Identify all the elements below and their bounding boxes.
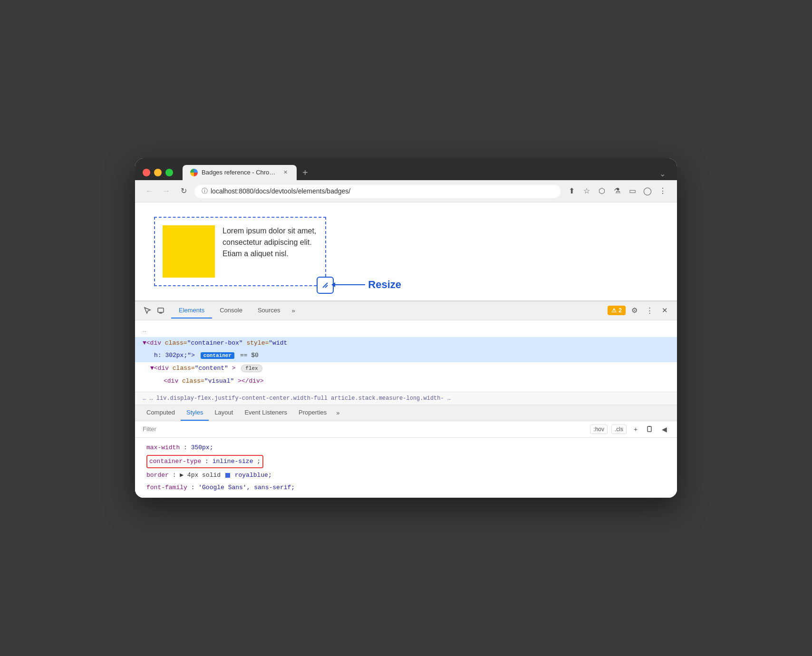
html-line-3[interactable]: h: 302px;"> container == $0 [135, 349, 677, 362]
tab-styles[interactable]: Styles [181, 405, 209, 421]
minimize-button[interactable] [154, 169, 162, 176]
more-options-icon[interactable]: ⋮ [656, 184, 669, 198]
svg-rect-5 [648, 426, 650, 427]
devtools-panel: Elements Console Sources » ⚠ 2 ⚙ ⋮ ✕ … ▼ [135, 301, 677, 498]
close-button[interactable] [143, 169, 150, 176]
traffic-lights [143, 169, 173, 176]
device-toolbar-button[interactable] [154, 304, 167, 317]
content-class-attr: class= [173, 365, 195, 372]
css-panel: max-width : 350px; container-type : inli… [135, 438, 677, 498]
style-value: "widt [269, 339, 287, 347]
tab-console[interactable]: Console [212, 303, 250, 318]
tab-event-listeners[interactable]: Event Listeners [239, 405, 293, 421]
yellow-square [163, 225, 215, 278]
cls-button[interactable]: .cls [611, 424, 627, 434]
colon-4: : [191, 484, 199, 491]
styles-tabs: Computed Styles Layout Event Listeners P… [135, 405, 677, 421]
css-line-container-type[interactable]: container-type : inline-size ; [135, 454, 677, 469]
visual-class-attr: class= [182, 377, 204, 385]
forward-button[interactable]: → [160, 184, 173, 198]
html-line-1: … [135, 324, 677, 337]
reload-button[interactable]: ↻ [177, 184, 190, 198]
bookmark-icon[interactable]: ☆ [580, 184, 593, 198]
account-icon[interactable]: ◯ [641, 184, 654, 198]
style-attr: style= [246, 339, 269, 347]
tab-sources[interactable]: Sources [250, 303, 288, 318]
tab-overflow-button[interactable]: ⌄ [656, 167, 669, 180]
css-line-font-family[interactable]: font-family : 'Google Sans', sans-serif; [135, 482, 677, 494]
split-view-icon[interactable]: ▭ [626, 184, 639, 198]
tab-properties[interactable]: Properties [293, 405, 332, 421]
tab-layout[interactable]: Layout [209, 405, 239, 421]
devtools-toolbar: Elements Console Sources » ⚠ 2 ⚙ ⋮ ✕ [135, 301, 677, 320]
filter-bar: Filter :hov .cls + ◀ [135, 421, 677, 438]
filter-actions: :hov .cls + ◀ [590, 424, 669, 434]
visual-div-close: ></div> [238, 377, 264, 385]
inspect-element-button[interactable] [141, 304, 154, 317]
tab-close-button[interactable]: ✕ [281, 169, 289, 176]
content-div-close: > [232, 365, 236, 372]
warning-count: 2 [619, 307, 622, 314]
font-family-value: 'Google Sans', sans-serif; [198, 484, 295, 491]
share-icon[interactable]: ⬆ [565, 184, 578, 198]
styles-tab-more[interactable]: » [332, 405, 343, 420]
warning-icon: ⚠ [611, 307, 617, 314]
page-content: Lorem ipsum dolor sit amet, consectetur … [135, 203, 677, 301]
max-width-prop: max-width [146, 444, 180, 451]
css-line-border[interactable]: border : ▶ 4px solid royalblue; [135, 469, 677, 482]
visual-class-value: "visual" [204, 377, 234, 385]
flask-icon[interactable]: ⚗ [610, 184, 624, 198]
breadcrumb-item-2[interactable]: article.stack.measure-long.width- [331, 395, 444, 402]
tab-favicon [190, 169, 198, 176]
devtools-tabs: Elements Console Sources » [171, 303, 608, 318]
lorem-text: Lorem ipsum dolor sit amet, consectetur … [222, 225, 318, 260]
maximize-button[interactable] [165, 169, 173, 176]
svg-rect-3 [159, 313, 162, 314]
extension-icon[interactable]: ⬡ [595, 184, 609, 198]
warning-badge[interactable]: ⚠ 2 [608, 306, 626, 315]
html-line-2[interactable]: ▼<div class="container-box" style="widt [135, 337, 677, 350]
css-line-max-width[interactable]: max-width : 350px; [135, 442, 677, 454]
dom-ref: == $0 [240, 352, 259, 359]
more-devtools-button[interactable]: ⋮ [643, 304, 656, 317]
html-viewer: … ▼<div class="container-box" style="wid… [135, 320, 677, 392]
html-dots: … [143, 327, 146, 334]
border-value: royalblue; [235, 472, 272, 479]
hov-button[interactable]: :hov [590, 424, 608, 434]
toolbar-icons: ⬆ ☆ ⬡ ⚗ ▭ ◯ ⋮ [565, 184, 669, 198]
settings-button[interactable]: ⚙ [628, 304, 641, 317]
semicolon-2: ; [257, 458, 261, 465]
tab-computed[interactable]: Computed [141, 405, 181, 421]
class-value: "container-box" [187, 339, 243, 347]
font-family-prop: font-family [146, 484, 187, 491]
html-line-5[interactable]: <div class="visual" ></div> [135, 375, 677, 388]
content-div-tag: ▼<div [150, 365, 173, 372]
div-open-tag: ▼<div [143, 339, 165, 347]
tab-more[interactable]: » [288, 303, 299, 318]
resize-label: Resize [368, 279, 401, 291]
breadcrumb-item-1[interactable]: … liv.display-flex.justify-content-cente… [149, 395, 327, 402]
highlighted-property: container-type : inline-size ; [146, 455, 263, 468]
container-type-value: inline-size [213, 458, 253, 465]
filter-placeholder: Filter [143, 425, 590, 433]
paste-style-button[interactable] [645, 424, 655, 434]
add-style-button[interactable]: + [630, 424, 641, 434]
border-prop: border [146, 472, 169, 479]
style-continuation: h: 302px;"> [154, 352, 195, 359]
back-button[interactable]: ← [143, 184, 156, 198]
class-attr: class= [165, 339, 187, 347]
tab-elements[interactable]: Elements [171, 303, 212, 318]
tab-title: Badges reference - Chrome De [202, 169, 278, 176]
color-swatch-royalblue [225, 473, 230, 478]
close-devtools-button[interactable]: ✕ [658, 304, 671, 317]
svg-line-1 [325, 285, 328, 288]
svg-rect-4 [648, 426, 651, 432]
tab-bar: Badges reference - Chrome De ✕ + ⌄ [183, 165, 669, 180]
active-tab[interactable]: Badges reference - Chrome De ✕ [183, 165, 297, 180]
max-width-value: 350px; [191, 444, 213, 451]
html-line-4[interactable]: ▼<div class="content" > flex [135, 362, 677, 375]
url-text: localhost:8080/docs/devtools/elements/ba… [211, 187, 350, 195]
new-tab-button[interactable]: + [299, 165, 312, 180]
address-input[interactable]: ⓘ localhost:8080/docs/devtools/elements/… [194, 184, 561, 198]
back-arrow-button[interactable]: ◀ [659, 424, 669, 434]
